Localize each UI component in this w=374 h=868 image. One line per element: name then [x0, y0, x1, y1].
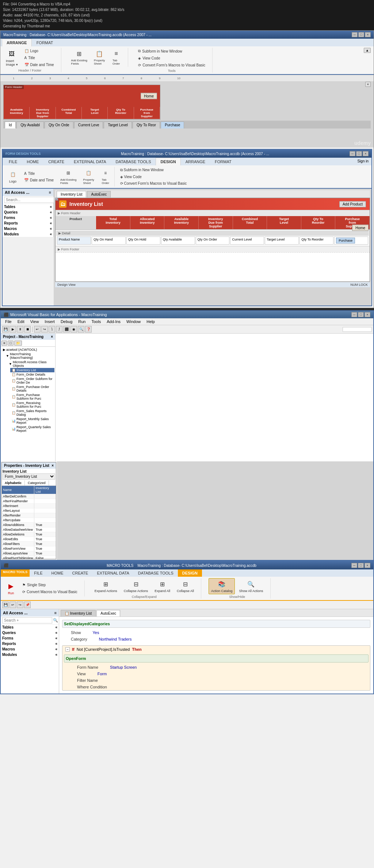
macro-tab-file[interactable]: FILE: [30, 569, 47, 577]
macro-tab-design[interactable]: DESIGN: [178, 569, 202, 577]
vba-btn-5[interactable]: ↪: [41, 326, 48, 333]
search-input-2[interactable]: [4, 197, 54, 203]
vba-goto-input[interactable]: [343, 327, 372, 332]
vba-tree-report-monthly[interactable]: 📊 Report_Monthly Sales Report: [10, 417, 54, 425]
vba-menu-addins[interactable]: Add-Ins: [104, 318, 123, 325]
vba-save-btn[interactable]: 💾: [2, 326, 9, 333]
vba-btn-10[interactable]: 🔍: [78, 326, 84, 333]
props-row-value-12[interactable]: True: [34, 546, 56, 551]
vba-tree-form-receiving[interactable]: 📋 Form_Receiving Subform for Purc: [10, 401, 54, 409]
props-row-4[interactable]: AfterLayout: [2, 508, 56, 513]
props-row-value-5[interactable]: [34, 513, 56, 518]
vba-menu-insert[interactable]: Insert: [42, 318, 58, 325]
vba-btn-6[interactable]: ⤵: [49, 326, 55, 333]
subform-btn-2[interactable]: ⧉ Subform in New Window: [118, 167, 190, 173]
vba-tree-ms-access[interactable]: ▼ Microsoft Access Class Objects: [7, 360, 54, 368]
tab-order-btn-2[interactable]: ≡ TabOrder: [98, 167, 113, 186]
macro-nav-tables[interactable]: Tables «: [1, 625, 59, 630]
props-row-2[interactable]: AfterFinalRender: [2, 499, 56, 504]
macro-panel-expand[interactable]: ≡: [54, 611, 57, 615]
logo-btn[interactable]: 📋 Logo: [22, 48, 57, 54]
props-close-btn[interactable]: ×: [51, 464, 54, 468]
collapse-all-btn[interactable]: ⊟ Collapse All: [174, 578, 196, 594]
vba-tree-form-order-subform[interactable]: 📋 Form_Order Subform for Order De: [10, 377, 54, 385]
vba-btn-8[interactable]: ⬛: [63, 326, 70, 333]
props-row-9[interactable]: AllowDeletionsTrue: [2, 532, 56, 537]
if-expand-btn[interactable]: −: [65, 647, 70, 652]
restore-btn-2[interactable]: □: [356, 151, 362, 156]
add-existing-btn[interactable]: ⊞ Add ExistingFields: [69, 48, 90, 67]
inv-list-tab-2[interactable]: Inventory List: [57, 191, 86, 197]
convert-macros-vba-btn[interactable]: ⟳ Convert Macros to Visual Basic: [20, 589, 80, 595]
collapse-actions-btn[interactable]: ⊟ Collapse Actions: [121, 578, 151, 594]
vba-menu-help[interactable]: Help: [144, 318, 158, 325]
macro-close-btn[interactable]: ×: [365, 563, 370, 568]
macro-nav-queries[interactable]: Queries «: [1, 630, 59, 635]
vba-tree-form-sales[interactable]: 📋 Form_Sales Reports Dialog: [10, 409, 54, 417]
property-sheet-btn[interactable]: 📋 PropertySheet: [91, 48, 107, 67]
vba-btn-7[interactable]: ⤴: [56, 326, 62, 333]
tab-order-btn[interactable]: ≡ TabOrder: [109, 48, 123, 67]
macro-redo-btn[interactable]: ↪: [17, 602, 23, 608]
macro-search-input[interactable]: [2, 617, 52, 623]
vba-btn-2[interactable]: ⏸: [17, 326, 23, 333]
props-row-1[interactable]: AfterDelConfirm: [2, 494, 56, 499]
field-target-level-2[interactable]: Target Level: [265, 237, 299, 245]
macro-tab-create[interactable]: CREATE: [68, 569, 93, 577]
design-tab-qty-reorder[interactable]: Qty To Reor: [133, 122, 160, 128]
props-row-10[interactable]: AllowEditsTrue: [2, 537, 56, 542]
props-row-value-2[interactable]: [34, 499, 56, 504]
props-row-value-10[interactable]: True: [34, 537, 56, 542]
field-qty-available-2[interactable]: Qty Available: [161, 237, 195, 245]
field-product-name-2[interactable]: Product Name: [57, 237, 91, 245]
props-row-8[interactable]: AllowDatasheetViewTrue: [2, 527, 56, 532]
design-tab-target-level[interactable]: Target Level: [104, 122, 131, 128]
vba-menu-edit[interactable]: Edit: [15, 318, 27, 325]
action-catalog-btn[interactable]: 📚 Action Catalog: [209, 578, 235, 594]
add-fields-btn-2[interactable]: ⊞ Add ExistingFields: [58, 167, 79, 186]
tab-format[interactable]: FORMAT: [32, 39, 58, 46]
props-row-value-0[interactable]: Inventory List: [34, 486, 56, 494]
title-btn[interactable]: A Title: [22, 55, 57, 61]
vba-btn-3[interactable]: ⏹: [24, 326, 31, 333]
tab2-design[interactable]: DESIGN: [156, 158, 180, 165]
props-row-12[interactable]: AllowFormViewTrue: [2, 546, 56, 551]
vba-menu-view[interactable]: View: [27, 318, 42, 325]
show-all-actions-btn[interactable]: 🔍 Show All Actions: [236, 578, 266, 594]
vba-btn-9[interactable]: ◉: [70, 326, 77, 333]
panel-expand-btn-2[interactable]: ≡: [49, 190, 51, 195]
vba-tree-form-purchase-sub[interactable]: 📋 Form_Purchase Subform for Purc: [10, 393, 54, 401]
props-select[interactable]: Form_Inventory List: [3, 473, 55, 480]
field-qty-reorder-2[interactable]: Qty To Reorder: [299, 237, 333, 245]
tab2-format[interactable]: FORMAT: [210, 158, 236, 165]
props-row-value-13[interactable]: True: [34, 551, 56, 556]
insert-image-btn[interactable]: 🖼 InsertImage ▾: [3, 48, 20, 68]
field-purchase-2[interactable]: Purchase: [334, 237, 368, 245]
field-qty-on-order-2[interactable]: Qty On Order: [196, 237, 230, 245]
tab2-dbtools[interactable]: DATABASE TOOLS: [111, 158, 156, 165]
vba-tree-form-purchase[interactable]: 📋 Form_Purchase Order Details: [10, 385, 54, 393]
props-row-value-8[interactable]: True: [34, 527, 56, 532]
props-row-3[interactable]: AfterInsert: [2, 504, 56, 508]
expand-actions-btn[interactable]: ⊞ Expand Actions: [92, 578, 120, 594]
macro-save-btn[interactable]: 💾: [2, 602, 9, 608]
design-tab-purchase[interactable]: Purchase: [161, 122, 184, 128]
tab2-arrange[interactable]: ARRANGE: [181, 158, 210, 165]
vba-menu-run[interactable]: Run: [75, 318, 88, 325]
design-tab-id[interactable]: Id: [5, 122, 16, 128]
vba-tree-inv-list[interactable]: 📋 Inventory List: [10, 368, 54, 372]
vba-minimize-btn[interactable]: ─: [351, 312, 357, 317]
nav-forms-2[interactable]: Forms «: [3, 215, 53, 220]
field-qty-on-hold-2[interactable]: Qty On Hold: [126, 237, 160, 245]
vba-view-design-btn[interactable]: □: [8, 341, 13, 346]
props-row-5[interactable]: AfterRender: [2, 513, 56, 518]
props-row-value-3[interactable]: [34, 504, 56, 508]
vba-restore-btn[interactable]: □: [358, 312, 364, 317]
vba-menu-tools[interactable]: Tools: [88, 318, 104, 325]
vba-btn-11[interactable]: ❓: [85, 326, 92, 333]
collapse-ribbon-btn[interactable]: ▲: [364, 48, 371, 53]
nav-reports-2[interactable]: Reports «: [3, 220, 53, 226]
design-tab-current-level[interactable]: Current Leve: [74, 122, 103, 128]
add-product-btn-2[interactable]: Add Product: [339, 201, 366, 207]
props-tab-alphabetic[interactable]: Alphabetic: [2, 480, 25, 485]
